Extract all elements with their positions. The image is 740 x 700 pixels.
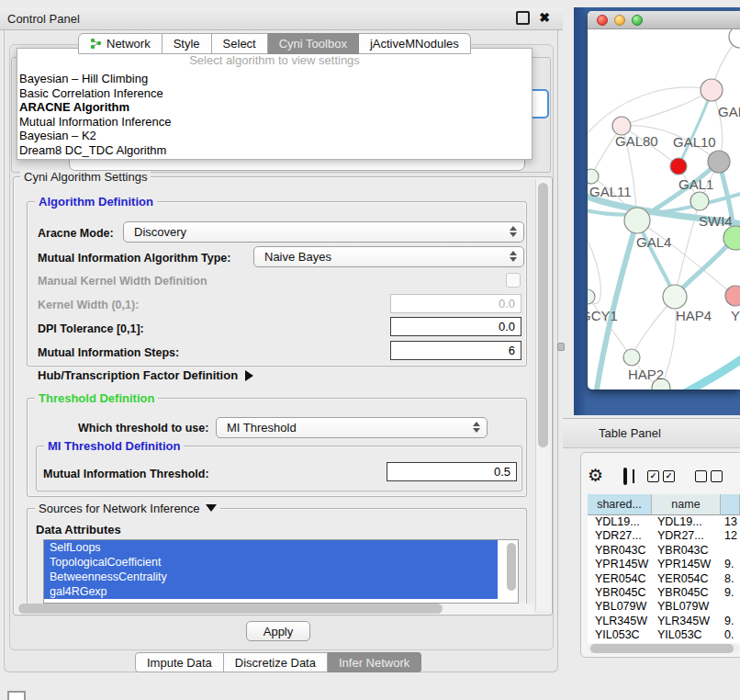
node-label: HAP2 <box>628 367 664 382</box>
algorithm-option-basic-correlation[interactable]: Basic Correlation Inference <box>17 86 532 101</box>
network-node-gal11[interactable] <box>588 169 599 184</box>
close-panel-icon[interactable]: ✖ <box>539 13 550 23</box>
expanded-arrow-icon <box>206 504 217 512</box>
node-table: shared... name YDL19...YDL19...13 YDR27.… <box>588 494 740 643</box>
tab-jactivemnodules[interactable]: jActiveMNodules <box>359 33 471 54</box>
network-tab-icon <box>90 38 102 50</box>
tab-discretize-data[interactable]: Discretize Data <box>224 652 328 672</box>
table-row[interactable]: YDR27...YDR27...12 <box>588 529 740 543</box>
algorithm-option-mutual-information[interactable]: Mutual Information Inference <box>17 115 532 130</box>
table-row[interactable]: YDL19...YDL19...13 <box>588 515 740 529</box>
algorithm-definition-title: Algorithm Definition <box>35 195 157 209</box>
column-header-name[interactable]: name <box>652 494 721 514</box>
algorithm-option-bayesian-k2[interactable]: Bayesian – K2 <box>17 129 532 143</box>
threshold-definition-title: Threshold Definition <box>35 391 158 405</box>
mi-steps-label: Mutual Information Steps: <box>38 346 179 359</box>
table-row[interactable]: YER054CYER054C8. <box>588 572 740 586</box>
network-node-hap2[interactable] <box>623 349 640 366</box>
tab-style[interactable]: Style <box>163 33 212 54</box>
mi-algorithm-type-combo[interactable]: Naive Bayes <box>253 246 524 267</box>
which-threshold-combo[interactable]: MI Threshold <box>216 417 488 438</box>
list-item[interactable]: gal4RGexp <box>44 584 498 599</box>
algorithm-option-bayesian-hill-climbing[interactable]: Bayesian – Hill Climbing <box>17 72 532 86</box>
mac-close-button[interactable] <box>597 15 608 26</box>
cyni-algorithm-settings-panel: Algorithm Definition Aracne Mode: Discov… <box>13 176 553 615</box>
collapsed-panel-icon[interactable] <box>7 691 26 700</box>
table-row[interactable]: YBL079WYBL079W <box>588 600 740 614</box>
node-label: GAL10 <box>673 134 716 150</box>
tab-infer-network[interactable]: Infer Network <box>328 652 421 672</box>
network-canvas[interactable]: GAL GAL80 GAL10 GAL11 GAL1 SWI4 GAL4 GCY… <box>588 29 740 390</box>
aracne-mode-combo[interactable]: Discovery <box>123 221 524 243</box>
mi-threshold-field[interactable]: 0.5 <box>387 462 517 481</box>
table-panel-title: Table Panel <box>599 426 661 440</box>
dpi-tolerance-label: DPI Tolerance [0,1]: <box>38 322 144 335</box>
list-vertical-scrollbar[interactable] <box>507 543 516 596</box>
table-row[interactable]: YBR043CYBR043C <box>588 544 740 558</box>
collapsed-arrow-icon <box>245 370 253 381</box>
table-row[interactable]: YLR345WYLR345W9. <box>588 615 740 628</box>
network-node-gal4[interactable] <box>624 208 650 233</box>
network-node-salmon[interactable] <box>725 286 740 306</box>
network-node-gal80[interactable] <box>612 117 631 135</box>
combo-spinner-icon <box>510 226 517 237</box>
kernel-width-label: Kernel Width (0,1): <box>38 299 139 311</box>
table-panel-toolbar: ⚙ ✓✓ <box>588 462 740 490</box>
tab-network[interactable]: Network <box>78 33 163 54</box>
column-header-shared-name[interactable]: shared... <box>588 494 652 514</box>
node-label: GAL4 <box>636 234 671 250</box>
kernel-width-field[interactable]: 0.0 <box>390 294 521 313</box>
screenshot-root: Control Panel ✖ Network Style Select Cyn… <box>0 0 740 700</box>
network-node-gcy1[interactable] <box>588 289 595 304</box>
network-node-labels: GAL GAL80 GAL10 GAL11 GAL1 SWI4 GAL4 GCY… <box>588 104 740 382</box>
network-node-gray[interactable] <box>708 151 730 173</box>
column-header-partial[interactable] <box>721 494 740 514</box>
aracne-mode-label: Aracne Mode: <box>38 227 114 240</box>
table-row[interactable]: YIL053CYIL053C0. <box>588 628 740 642</box>
algorithm-option-dream8[interactable]: Dream8 DC_TDC Algorithm <box>17 143 532 158</box>
apply-button[interactable]: Apply <box>246 621 310 641</box>
deselect-rows-icon[interactable] <box>695 470 723 482</box>
network-node[interactable] <box>701 79 723 101</box>
settings-vertical-scrollbar[interactable] <box>535 179 550 611</box>
hub-expander[interactable]: Hub/Transcription Factor Definition <box>38 368 253 382</box>
manual-kernel-width-checkbox[interactable] <box>506 273 521 288</box>
list-item[interactable]: TopologicalCoefficient <box>44 555 498 570</box>
settings-horizontal-scrollbar[interactable] <box>17 604 534 614</box>
gear-icon[interactable]: ⚙ <box>588 467 603 485</box>
table-row[interactable]: YBR045CYBR045C9. <box>588 586 740 600</box>
table-row[interactable]: YPR145WYPR145W9. <box>588 558 740 571</box>
panel-splitter-grip[interactable] <box>557 343 565 351</box>
list-item[interactable]: BetweennessCentrality <box>44 570 498 584</box>
algorithm-option-aracne[interactable]: ARACNE Algorithm <box>17 100 532 115</box>
tab-cyni-toolbox[interactable]: Cyni Toolbox <box>268 33 359 54</box>
network-node[interactable] <box>729 29 740 48</box>
data-attributes-list[interactable]: SelfLoops TopologicalCoefficient Between… <box>43 539 519 604</box>
network-node-red[interactable] <box>670 158 687 175</box>
network-node-hap4[interactable] <box>663 285 687 309</box>
columns-icon[interactable] <box>623 468 627 485</box>
mi-steps-field[interactable]: 6 <box>390 341 521 360</box>
settings-panel-title: Cyni Algorithm Settings <box>20 170 151 184</box>
network-nodes[interactable] <box>588 29 740 390</box>
float-panel-icon[interactable] <box>516 11 530 25</box>
network-node-gal1[interactable] <box>690 192 709 210</box>
node-label: Y <box>731 308 740 323</box>
tab-impute-data[interactable]: Impute Data <box>135 652 224 672</box>
control-panel-titlebar: Control Panel ✖ <box>0 7 563 30</box>
table-header-row: shared... name <box>588 494 740 515</box>
list-item[interactable]: SelfLoops <box>44 540 498 555</box>
table-horizontal-scrollbar[interactable] <box>589 644 739 653</box>
data-attributes-label: Data Attributes <box>36 523 121 536</box>
mac-zoom-button[interactable] <box>632 15 643 26</box>
mi-threshold-definition-title: MI Threshold Definition <box>44 439 184 453</box>
combo-spinner-icon <box>473 422 480 433</box>
select-rows-icon[interactable]: ✓✓ <box>647 470 675 482</box>
manual-kernel-width-label: Manual Kernel Width Definition <box>38 275 207 288</box>
tab-select[interactable]: Select <box>212 33 268 54</box>
node-label: GAL <box>718 104 740 119</box>
sources-title[interactable]: Sources for Network Inference <box>35 502 220 515</box>
mac-minimize-button[interactable] <box>614 15 625 26</box>
node-label: GAL11 <box>589 184 632 199</box>
dpi-tolerance-field[interactable]: 0.0 <box>390 317 521 336</box>
